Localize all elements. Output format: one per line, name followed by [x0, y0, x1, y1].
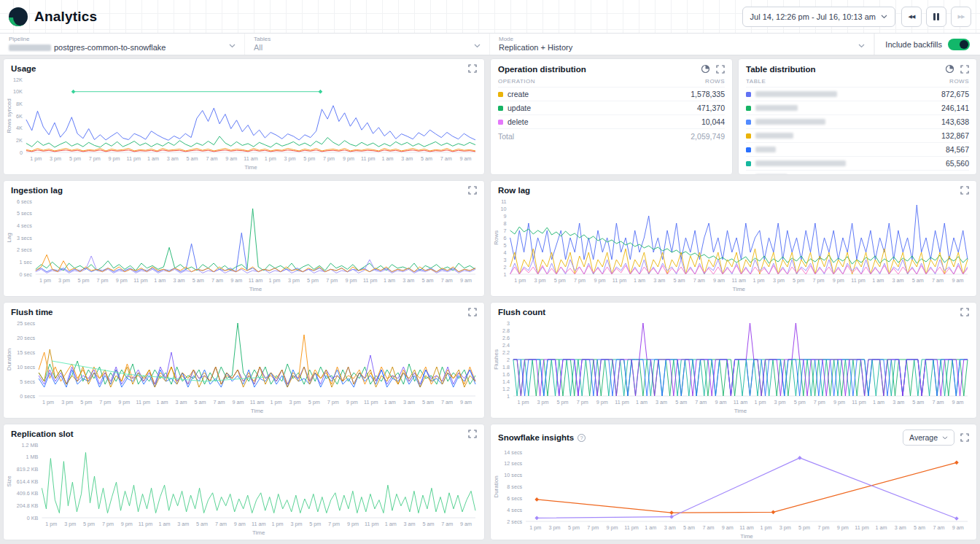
include-backfills-toggle[interactable]: [948, 39, 970, 50]
chevron-down-icon: [229, 44, 236, 48]
expand-icon[interactable]: [960, 433, 969, 442]
svg-text:3 am: 3 am: [656, 399, 667, 405]
svg-text:1 pm: 1 pm: [265, 155, 276, 162]
svg-text:1 MB: 1 MB: [26, 454, 39, 460]
svg-text:8K: 8K: [16, 101, 23, 107]
svg-text:409.6 KB: 409.6 KB: [17, 490, 39, 497]
svg-text:819.2 KB: 819.2 KB: [17, 466, 39, 473]
svg-text:Size: Size: [6, 475, 12, 487]
svg-text:1 pm: 1 pm: [39, 277, 51, 284]
svg-text:1 pm: 1 pm: [755, 399, 766, 405]
svg-text:5 am: 5 am: [914, 524, 925, 531]
table-distribution-title: Table distribution: [746, 65, 816, 74]
svg-text:0: 0: [20, 149, 23, 156]
svg-text:7 pm: 7 pm: [814, 399, 825, 405]
expand-icon[interactable]: [468, 308, 477, 316]
pie-chart-toggle-icon[interactable]: [701, 64, 710, 74]
svg-text:1 am: 1 am: [158, 521, 170, 527]
pipeline-select[interactable]: Pipeline postgres-common-to-snowflake: [0, 34, 245, 55]
svg-text:5: 5: [504, 242, 507, 249]
table-row[interactable]: 84,567: [746, 143, 969, 157]
svg-text:Time: Time: [733, 286, 746, 292]
svg-text:5 pm: 5 pm: [798, 524, 810, 531]
svg-text:614.4 KB: 614.4 KB: [17, 478, 39, 485]
snowflake-insights-title: Snowflake insights: [498, 433, 574, 442]
operation-row[interactable]: delete10,044: [498, 115, 725, 129]
expand-icon[interactable]: [716, 65, 725, 74]
aggregate-value: Average: [909, 433, 938, 442]
svg-text:4K: 4K: [16, 125, 23, 131]
column-operation: OPERATION: [498, 78, 535, 85]
operation-total-row: Total2,059,749: [498, 129, 725, 143]
svg-text:7 am: 7 am: [933, 524, 945, 531]
svg-text:5 am: 5 am: [674, 277, 685, 284]
row-lag-card: Row lag 12345678910111 pm3 pm5 pm7 pm9 p…: [490, 180, 977, 297]
expand-icon[interactable]: [960, 186, 969, 195]
svg-text:11 pm: 11 pm: [855, 524, 868, 531]
svg-text:3 am: 3 am: [404, 521, 416, 527]
svg-text:5 am: 5 am: [421, 155, 432, 162]
svg-text:10 secs: 10 secs: [504, 472, 522, 478]
operation-row[interactable]: create1,578,335: [498, 88, 725, 101]
table-row[interactable]: 65,073: [746, 171, 969, 174]
chevron-down-icon: [858, 44, 865, 48]
help-icon[interactable]: ?: [578, 434, 586, 442]
table-row[interactable]: 65,560: [746, 157, 969, 171]
mode-label: Mode: [499, 36, 865, 42]
table-header: TABLE ROWS: [746, 75, 969, 88]
svg-text:5 am: 5 am: [912, 399, 924, 405]
expand-icon[interactable]: [960, 308, 969, 316]
svg-text:3: 3: [507, 320, 510, 327]
chevron-down-icon: [881, 15, 887, 19]
svg-text:1.6: 1.6: [502, 371, 510, 378]
svg-text:5 am: 5 am: [187, 155, 198, 162]
forward-button[interactable]: ▶▶: [951, 7, 971, 27]
svg-text:3 pm: 3 pm: [288, 277, 300, 284]
table-header: OPERATION ROWS: [498, 75, 725, 88]
svg-text:2 secs: 2 secs: [17, 246, 32, 253]
expand-icon[interactable]: [468, 430, 477, 438]
svg-text:1 pm: 1 pm: [30, 155, 42, 162]
row-lag-chart: 12345678910111 pm3 pm5 pm7 pm9 pm11 pm1 …: [492, 196, 973, 293]
svg-text:8: 8: [504, 220, 507, 227]
svg-text:11: 11: [501, 198, 506, 205]
table-distribution-table-body: 872,675246,141143,638132,86784,56765,560…: [746, 88, 969, 174]
svg-text:3 am: 3 am: [402, 277, 414, 284]
svg-text:7 pm: 7 pm: [97, 277, 109, 284]
filter-bar: Pipeline postgres-common-to-snowflake Ta…: [0, 34, 980, 55]
svg-text:Time: Time: [244, 164, 257, 171]
svg-text:Time: Time: [251, 408, 264, 414]
svg-text:7 pm: 7 pm: [574, 277, 586, 284]
operation-row[interactable]: update471,370: [498, 101, 725, 115]
svg-text:11 am: 11 am: [250, 399, 264, 405]
pie-chart-toggle-icon[interactable]: [945, 64, 954, 74]
svg-text:9 am: 9 am: [952, 277, 963, 284]
aggregate-select[interactable]: Average: [903, 430, 954, 446]
tables-select[interactable]: Tables All: [245, 34, 490, 55]
expand-icon[interactable]: [960, 65, 969, 74]
svg-text:3 pm: 3 pm: [549, 524, 561, 531]
table-row[interactable]: 246,141: [746, 101, 969, 115]
mode-select[interactable]: Mode Replication + History: [490, 34, 874, 55]
date-range-selector[interactable]: Jul 14, 12:26 pm - Jul 16, 10:13 am: [742, 7, 895, 27]
svg-text:1 am: 1 am: [147, 155, 159, 162]
svg-text:3 am: 3 am: [401, 155, 413, 162]
table-row[interactable]: 143,638: [746, 115, 969, 129]
svg-text:11 am: 11 am: [252, 521, 265, 527]
expand-icon[interactable]: [468, 64, 477, 73]
svg-text:5 pm: 5 pm: [307, 277, 319, 284]
svg-text:1 pm: 1 pm: [514, 277, 526, 284]
svg-text:Lag: Lag: [6, 233, 12, 242]
svg-text:9 am: 9 am: [230, 277, 242, 284]
table-row[interactable]: 872,675: [746, 88, 969, 101]
mode-value: Replication + History: [499, 43, 865, 53]
rewind-button[interactable]: ◀◀: [901, 7, 922, 27]
svg-text:1 am: 1 am: [872, 277, 884, 284]
table-row[interactable]: 132,867: [746, 129, 969, 143]
playback-controls: ◀◀ ▶▶: [901, 7, 971, 27]
pause-button[interactable]: [926, 7, 946, 27]
svg-text:11 am: 11 am: [244, 155, 257, 162]
expand-icon[interactable]: [468, 186, 477, 195]
app-logo-icon: [9, 7, 28, 26]
chevron-down-icon: [942, 436, 948, 440]
